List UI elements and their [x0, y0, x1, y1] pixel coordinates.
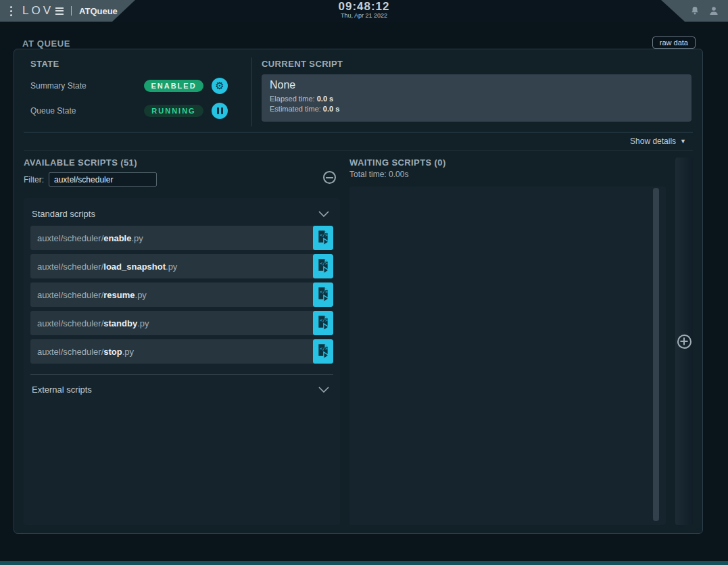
panel-header: AT QUEUE raw data [14, 34, 703, 49]
total-time-line: Total time: 0.00s [349, 170, 666, 179]
script-name: stop [103, 347, 122, 357]
estimated-time-line: Estimated time: 0.0 s [270, 104, 683, 114]
script-name: enable [103, 233, 131, 243]
user-account-icon[interactable] [708, 5, 719, 16]
elapsed-time-value: 0.0 s [317, 95, 333, 103]
script-name: standby [103, 318, 137, 328]
script-ext: .py [166, 262, 177, 272]
filter-label: Filter: [24, 175, 44, 185]
total-time-label: Total time: [349, 170, 389, 179]
pause-queue-button[interactable] [212, 103, 228, 119]
scripts-area: AVAILABLE SCRIPTS (51) Filter: Standard … [24, 157, 693, 525]
launch-script-button[interactable]: </> [313, 226, 333, 250]
at-queue-panel: STATE Summary State ENABLED ⚙ Queue Stat… [14, 49, 703, 534]
launch-script-button[interactable]: </> [313, 254, 333, 278]
current-script-name: None [270, 79, 683, 91]
view-title: ATQueue [79, 6, 118, 16]
show-details-toggle[interactable]: Show details ▼ [24, 132, 693, 151]
script-path-text: auxtel/scheduler/load_snapshot.py [30, 254, 313, 278]
script-path: auxtel/scheduler/ [37, 262, 103, 272]
svg-text:</>: </> [320, 232, 328, 238]
launch-script-icon: </> [316, 287, 330, 303]
script-row-load-snapshot[interactable]: auxtel/scheduler/load_snapshot.py </> [30, 254, 333, 278]
launch-script-button[interactable]: </> [313, 311, 333, 335]
svg-text:</>: </> [320, 289, 328, 295]
script-name: resume [103, 290, 135, 300]
summary-state-row: Summary State ENABLED ⚙ [30, 78, 251, 94]
love-logo: LOV [22, 4, 64, 18]
available-scripts-heading: AVAILABLE SCRIPTS (51) [24, 157, 340, 168]
launch-script-button[interactable]: </> [313, 339, 333, 364]
state-heading: STATE [30, 59, 251, 69]
elapsed-time-label: Elapsed time: [270, 95, 317, 103]
script-ext: .py [137, 318, 149, 328]
script-path: auxtel/scheduler/ [37, 233, 103, 243]
launch-script-icon: </> [316, 258, 330, 274]
script-ext: .py [131, 233, 143, 243]
current-script-heading: CURRENT SCRIPT [262, 59, 693, 69]
logo-separator [71, 6, 72, 16]
footer-bar [0, 561, 728, 565]
script-name: load_snapshot [103, 262, 166, 272]
waiting-scripts-panel [349, 187, 666, 525]
header-left-tab: LOV ATQueue [0, 0, 135, 22]
standard-scripts-group-header[interactable]: Standard scripts [30, 206, 333, 226]
state-section: STATE Summary State ENABLED ⚙ Queue Stat… [24, 57, 252, 126]
logo-e-bars-icon [55, 7, 64, 15]
launch-script-icon: </> [316, 315, 330, 331]
raw-data-button[interactable]: raw data [652, 36, 696, 49]
svg-text:</>: </> [320, 346, 328, 351]
script-row-standby[interactable]: auxtel/scheduler/standby.py </> [30, 311, 333, 335]
estimated-time-label: Estimated time: [270, 105, 323, 113]
summary-state-config-button[interactable]: ⚙ [212, 78, 228, 94]
external-scripts-group-header[interactable]: External scripts [30, 382, 333, 401]
launch-script-icon: </> [316, 230, 330, 246]
script-row-resume[interactable]: auxtel/scheduler/resume.py </> [30, 282, 333, 307]
summary-state-label: Summary State [30, 81, 144, 91]
script-path-text: auxtel/scheduler/resume.py [30, 282, 313, 307]
script-ext: .py [135, 290, 147, 300]
menu-kebab-icon[interactable] [6, 3, 16, 19]
summary-state-badge: ENABLED [144, 80, 203, 92]
total-time-value: 0.00s [389, 170, 408, 179]
add-plus-icon[interactable] [677, 335, 691, 349]
launch-script-icon: </> [316, 343, 330, 360]
logo-text: LOV [22, 4, 53, 18]
clock-date: Thu, Apr 21 2022 [338, 13, 389, 19]
script-path-text: auxtel/scheduler/enable.py [30, 226, 313, 250]
current-script-card: None Elapsed time: 0.0 s Estimated time:… [262, 74, 691, 122]
waiting-scripts-column: WAITING SCRIPTS (0) Total time: 0.00s [349, 157, 666, 525]
clock-time: 09:48:12 [338, 1, 389, 13]
add-script-strip [675, 157, 693, 525]
svg-text:</>: </> [320, 318, 328, 323]
chevron-down-icon[interactable] [318, 387, 329, 393]
group-divider [30, 374, 333, 375]
filter-row: Filter: [24, 172, 340, 187]
chevron-down-icon[interactable] [318, 211, 329, 217]
queue-state-row: Queue State RUNNING [30, 103, 251, 119]
collapse-minus-icon[interactable] [323, 171, 336, 184]
script-path-text: auxtel/scheduler/stop.py [30, 339, 313, 364]
header-right-tab [656, 0, 728, 22]
queue-state-label: Queue State [30, 106, 144, 116]
script-path: auxtel/scheduler/ [37, 347, 103, 357]
queue-state-badge: RUNNING [144, 105, 203, 117]
script-row-enable[interactable]: auxtel/scheduler/enable.py </> [30, 226, 333, 250]
filter-input[interactable] [49, 172, 157, 187]
script-path-text: auxtel/scheduler/standby.py [30, 311, 313, 335]
script-row-stop[interactable]: auxtel/scheduler/stop.py </> [30, 339, 333, 364]
waiting-scripts-heading: WAITING SCRIPTS (0) [349, 157, 666, 168]
pause-icon [217, 107, 223, 114]
launch-script-button[interactable]: </> [313, 282, 333, 307]
available-scripts-column: AVAILABLE SCRIPTS (51) Filter: Standard … [24, 157, 340, 525]
scrollbar-thumb[interactable] [653, 188, 659, 521]
notifications-bell-icon[interactable] [689, 5, 700, 16]
clock: 09:48:12 Thu, Apr 21 2022 [338, 1, 389, 19]
status-section: STATE Summary State ENABLED ⚙ Queue Stat… [24, 57, 693, 126]
standard-scripts-label: Standard scripts [32, 209, 95, 219]
external-scripts-label: External scripts [32, 385, 92, 395]
chevron-down-icon: ▼ [680, 138, 686, 145]
script-path: auxtel/scheduler/ [37, 290, 103, 300]
page-title: AT QUEUE [22, 39, 70, 49]
svg-text:</>: </> [320, 261, 328, 266]
